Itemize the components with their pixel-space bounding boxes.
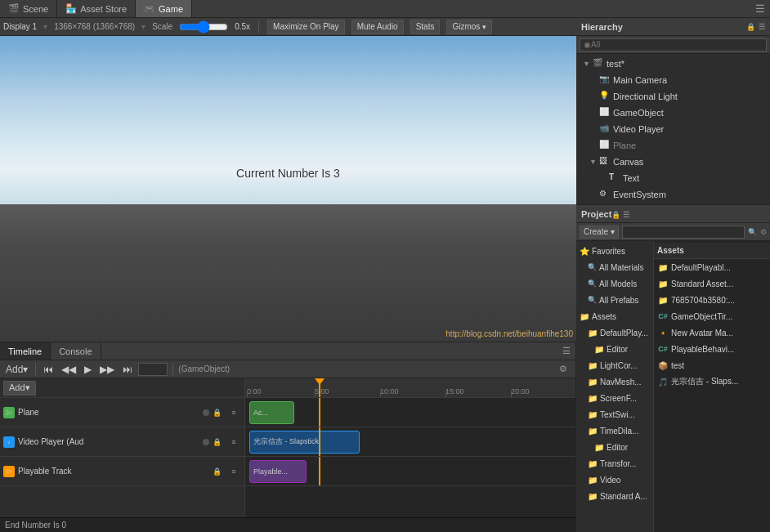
hierarchy-search[interactable] <box>580 38 767 51</box>
label-new-avatar-ma: New Avatar Ma... <box>671 329 733 338</box>
hierarchy-lock-icon[interactable]: 🔒 <box>746 23 755 31</box>
proj-navmesh[interactable]: 📁 NavMesh... <box>576 373 653 390</box>
asset-defaultplayabl[interactable]: 📁 DefaultPlayabl... <box>654 259 770 275</box>
proj-all-materials[interactable]: 🔍 All Materials <box>576 259 653 275</box>
proj-editor-2[interactable]: 📁 Editor <box>576 439 653 455</box>
proj-editor-1[interactable]: 📁 Editor <box>576 341 653 357</box>
go-to-start-btn[interactable]: ⏮ <box>41 362 56 377</box>
ruler-20: 20:00 <box>511 387 530 396</box>
tree-item-plane[interactable]: ⬜ Plane <box>576 137 770 154</box>
label-gameobjecttir: GameObjectTir... <box>671 312 732 321</box>
tree-item-main-camera[interactable]: 📷 Main Camera <box>576 72 770 88</box>
console-tab[interactable]: Console <box>51 342 101 360</box>
tree-item-directional-light[interactable]: 💡 Directional Light <box>576 88 770 105</box>
track-dot-video <box>203 439 209 445</box>
asset-new-avatar-ma[interactable]: 🔸 New Avatar Ma... <box>654 324 770 341</box>
add-btn[interactable]: Add▾ <box>3 381 36 396</box>
track-controls-video: 🔒 ≡ <box>209 435 241 449</box>
proj-screenf[interactable]: 📁 ScreenF... <box>576 390 653 406</box>
asset-光宗信吉[interactable]: 🎵 光宗信吉 - Slaps... <box>654 373 770 390</box>
tree-item-canvas[interactable]: ▼ 🖼 Canvas <box>576 154 770 170</box>
tree-item-text[interactable]: T Text <box>576 170 770 186</box>
create-button[interactable]: Create ▾ <box>580 226 619 239</box>
asset-playable-behavi[interactable]: C# PlayableBehavi... <box>654 341 770 357</box>
project-content: ⭐ Favorites 🔍 All Materials 🔍 All Models… <box>576 241 770 532</box>
proj-defaultplay[interactable]: 📁 DefaultPlay... <box>576 324 653 341</box>
tree-item-gameobject[interactable]: ⬜ GameObject <box>576 105 770 121</box>
proj-timedila[interactable]: 📁 TimeDila... <box>576 422 653 439</box>
timeline-settings-btn[interactable]: ⚙ <box>554 364 572 374</box>
asset-standard-asset[interactable]: 📁 Standard Asset... <box>654 275 770 292</box>
track-menu-playable[interactable]: ≡ <box>226 464 241 479</box>
proj-all-prefabs[interactable]: 🔍 All Prefabs <box>576 292 653 308</box>
stats-btn[interactable]: Stats <box>410 20 441 34</box>
project-menu-icon[interactable]: ☰ <box>623 211 629 219</box>
add-track-button[interactable]: Add▾ <box>3 362 30 377</box>
track-lock-playable[interactable]: 🔒 <box>209 464 224 479</box>
maximize-on-play-btn[interactable]: Maximize On Play <box>267 20 345 34</box>
asset-test-prefab[interactable]: 📦 test <box>654 357 770 373</box>
tree-item-test[interactable]: ▼ 🎬 test* <box>576 56 770 72</box>
asset-7685[interactable]: 📁 7685704b3580:... <box>654 292 770 308</box>
timeline-menu-btn[interactable]: ☰ <box>557 346 575 356</box>
current-time-input[interactable]: 6:22 <box>138 363 168 376</box>
asset-store-tab[interactable]: 🏪 Asset Store <box>57 0 136 17</box>
folder-transfor: 📁 <box>588 459 598 468</box>
proj-all-models[interactable]: 🔍 All Models <box>576 275 653 292</box>
tree-label-test: test* <box>607 59 625 69</box>
clip-ac[interactable]: Ac... <box>249 401 294 424</box>
ruler-line-20 <box>511 391 512 397</box>
track-icon-playable: ▷ <box>3 466 15 477</box>
clip-playable[interactable]: Playable... <box>249 460 307 483</box>
project-settings-icon[interactable]: ⚙ <box>760 228 767 236</box>
tree-item-video-player[interactable]: 📹 Video Player <box>576 121 770 137</box>
folder-navmesh: 📁 <box>588 378 598 387</box>
gizmos-btn[interactable]: Gizmos ▾ <box>446 20 492 34</box>
track-menu-plane[interactable]: ≡ <box>226 405 241 420</box>
play-next-btn[interactable]: ▶▶ <box>97 362 117 377</box>
game-tab[interactable]: 🎮 Game <box>136 0 192 17</box>
tree-icon-go: ⬜ <box>599 107 611 118</box>
game-toolbar: Display 1 ▾ 1366×768 (1366×768) ▾ Scale … <box>0 18 576 36</box>
proj-video[interactable]: 📁 Video <box>576 472 653 488</box>
timeline-tab[interactable]: Timeline <box>0 342 51 360</box>
tree-item-eventsystem[interactable]: ⚙ EventSystem <box>576 186 770 203</box>
icon-defaultplayabl: 📁 <box>657 262 669 273</box>
scene-tab[interactable]: 🎬 Scene <box>0 0 57 17</box>
hierarchy-header: Hierarchy 🔒 ☰ <box>576 18 770 36</box>
proj-textswi[interactable]: 📁 TextSwi... <box>576 406 653 422</box>
play-prev-btn[interactable]: ◀◀ <box>59 362 78 377</box>
assets-label: Assets <box>592 312 616 321</box>
proj-lightcor[interactable]: 📁 LightCor... <box>576 357 653 373</box>
project-lock-icon[interactable]: 🔒 <box>611 211 620 219</box>
proj-standard-a[interactable]: 📁 Standard A... <box>576 488 653 504</box>
track-controls-plane: 🔒 ≡ <box>209 405 241 420</box>
scale-slider[interactable] <box>179 22 228 32</box>
label-7685: 7685704b3580:... <box>671 296 735 305</box>
track-lock-plane[interactable]: 🔒 <box>209 405 224 420</box>
play-btn[interactable]: ▶ <box>82 362 94 377</box>
mute-audio-btn[interactable]: Mute Audio <box>351 20 404 34</box>
hierarchy-menu-icon[interactable]: ☰ <box>759 23 765 31</box>
icon-playable-behavi: C# <box>657 343 669 355</box>
playhead[interactable] <box>319 378 320 397</box>
tree-label-text: Text <box>623 173 639 183</box>
icon-new-avatar-ma: 🔸 <box>657 327 669 338</box>
hierarchy-tree: ▼ 🎬 test* 📷 Main Camera 💡 Directional Li… <box>576 54 770 204</box>
project-search-icon[interactable]: 🔍 <box>748 228 757 236</box>
timeline-content: Add▾ ▷ Plane 🔒 ≡ <box>0 378 575 517</box>
editor-1-label: Editor <box>607 345 628 354</box>
tab-menu-button[interactable]: ☰ <box>750 2 770 15</box>
toolbar-separator-1: ▾ <box>43 22 47 31</box>
asset-gameobjecttir[interactable]: C# GameObjectTir... <box>654 308 770 324</box>
track-lock-video[interactable]: 🔒 <box>209 435 224 449</box>
clips-row-playable: Playable... <box>245 457 575 486</box>
watermark-text: http://blog.csdn.net/beihuanfihe130 <box>445 329 573 338</box>
go-to-end-btn[interactable]: ⏭ <box>120 362 135 377</box>
project-search[interactable] <box>622 226 745 239</box>
clip-slapstick[interactable]: 光宗信吉 - Slapstick <box>249 431 360 454</box>
project-toolbar: Create ▾ 🔍 ⚙ <box>576 223 770 241</box>
folder-screenf: 📁 <box>588 394 598 403</box>
proj-transfor[interactable]: 📁 Transfor... <box>576 455 653 472</box>
track-menu-video[interactable]: ≡ <box>226 435 241 449</box>
